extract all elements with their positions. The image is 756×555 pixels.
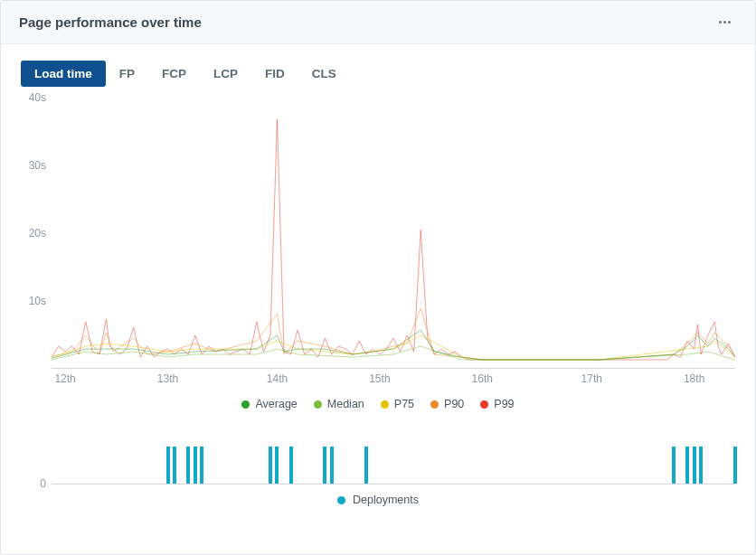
y-tick-20: 20s [29,227,46,240]
deployment-bar [733,447,737,484]
x-tick: 16th [472,372,493,385]
tab-fp[interactable]: FP [106,61,148,87]
dot-icon [337,496,345,504]
tab-load-time[interactable]: Load time [21,61,106,87]
deployment-bar [275,447,279,484]
dot-icon [241,400,250,409]
deployment-bar [693,447,696,484]
deployment-bar [166,447,170,484]
series-line-p99 [52,119,735,360]
tab-fid[interactable]: FID [251,61,298,87]
series-legend: Average Median P75 P90 P99 [21,398,735,410]
legend-label: P99 [494,398,514,410]
dot-icon [430,400,439,409]
deployment-bar [173,447,176,484]
deployment-bar [364,447,368,484]
deploy-plot-area[interactable] [52,430,735,484]
legend-label: Median [327,398,364,410]
series-line-p75 [52,335,735,360]
deployment-bar [323,447,326,484]
legend-average: Average [241,398,297,410]
metric-tabs: Load time FP FCP LCP FID CLS [21,61,735,87]
y-tick-30: 30s [29,159,46,172]
legend-p90: P90 [430,398,464,410]
series-line-average [52,330,735,360]
main-chart: 40s 30s 20s 10s [21,98,735,369]
legend-p75: P75 [381,398,414,410]
legend-median: Median [314,398,364,410]
legend-label: P90 [444,398,464,410]
deployment-bar [200,447,203,484]
x-tick: 18th [684,372,704,385]
panel-title: Page performance over time [19,14,202,30]
y-tick-40: 40s [29,91,46,104]
legend-p99: P99 [480,398,514,410]
x-tick: 12th [54,372,75,385]
tab-cls[interactable]: CLS [298,61,350,87]
tab-lcp[interactable]: LCP [200,61,251,87]
deployment-bar [672,447,676,484]
y-tick-10: 10s [29,295,46,307]
dot-icon [381,400,389,409]
x-tick: 15th [369,372,390,385]
more-options-button[interactable] [712,10,737,35]
performance-panel: Page performance over time Load time FP … [0,0,756,555]
deployments-chart: 0 [21,430,735,484]
more-icon [719,21,731,24]
x-tick: 14th [267,372,288,385]
panel-header: Page performance over time [1,1,755,44]
legend-label: Deployments [353,494,419,506]
deploy-y-tick-0: 0 [40,477,46,490]
deploy-y-axis: 0 [21,430,52,484]
y-axis: 40s 30s 20s 10s [21,98,52,369]
deployment-bar [194,447,197,484]
deployment-bar [699,447,703,484]
tab-fcp[interactable]: FCP [148,61,200,87]
x-tick: 13th [157,372,178,385]
x-axis: 12th13th14th15th16th17th18th [52,369,735,390]
legend-label: P75 [394,398,414,410]
deployment-bar [685,447,689,484]
deployment-bar [289,447,293,484]
dot-icon [480,400,488,409]
dot-icon [314,400,322,409]
deployment-bar [186,447,190,484]
deployment-bar [330,447,334,484]
series-line-median [52,346,735,360]
legend-label: Average [255,398,297,410]
deployment-bar [269,447,272,484]
panel-body: Load time FP FCP LCP FID CLS 40s 30s 20s… [1,44,755,554]
deploy-legend: Deployments [21,494,735,506]
x-tick: 17th [581,372,602,385]
line-plot-area[interactable] [52,98,735,369]
